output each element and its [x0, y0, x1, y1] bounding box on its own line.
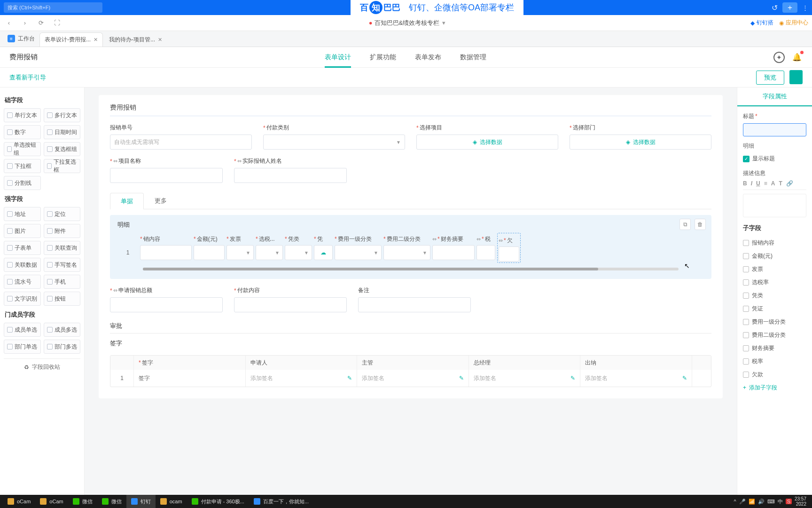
- field-palette-item[interactable]: 单选按钮组: [4, 142, 41, 156]
- more-icon[interactable]: ⋮: [802, 4, 808, 11]
- align-icon[interactable]: ≡: [764, 180, 767, 187]
- total-amount-input[interactable]: [110, 297, 223, 312]
- field-palette-item[interactable]: 附件: [44, 224, 81, 238]
- field-palette-item[interactable]: 关联数据: [4, 258, 41, 272]
- table-cell-input[interactable]: ▼: [335, 245, 382, 260]
- tab-extensions[interactable]: 扩展功能: [370, 47, 396, 68]
- payment-type-select[interactable]: ▼: [263, 135, 405, 150]
- subfield-item[interactable]: 选税率: [743, 276, 806, 289]
- tab-field-properties[interactable]: 字段属性: [737, 87, 812, 106]
- remarks-input[interactable]: [358, 297, 471, 312]
- table-cell-input[interactable]: [194, 245, 225, 260]
- subfield-item[interactable]: 财务摘要: [743, 341, 806, 355]
- italic-icon[interactable]: I: [751, 180, 752, 187]
- table-cell-input[interactable]: [499, 246, 519, 262]
- field-palette-item[interactable]: 子表单: [4, 241, 41, 255]
- field-palette-item[interactable]: 文字识别: [4, 292, 41, 306]
- close-icon[interactable]: ✕: [158, 37, 162, 43]
- field-palette-item[interactable]: 分割线: [4, 176, 41, 190]
- compass-icon[interactable]: ✦: [773, 52, 785, 63]
- fullscreen-button[interactable]: ⛶: [52, 18, 62, 28]
- reload-button[interactable]: ⟳: [36, 18, 46, 28]
- sign-cell[interactable]: 签字: [134, 370, 245, 387]
- table-cell-input[interactable]: ▼: [285, 245, 312, 260]
- detail-tab-single[interactable]: 单据: [110, 193, 144, 209]
- add-signature-button[interactable]: 添加签名✎: [246, 370, 357, 387]
- table-cell-input[interactable]: [476, 245, 495, 260]
- add-subfield-button[interactable]: + 添加子字段: [743, 381, 806, 394]
- field-palette-item[interactable]: 定位: [44, 207, 81, 221]
- delete-button[interactable]: 🗑: [695, 219, 706, 230]
- subfield-item[interactable]: 欠款: [743, 368, 806, 381]
- field-palette-item[interactable]: 地址: [4, 207, 41, 221]
- appcenter-link[interactable]: ◉ 应用中心: [779, 19, 808, 27]
- subfield-item[interactable]: 报销内容: [743, 236, 806, 249]
- field-palette-item[interactable]: 部门单选: [4, 340, 41, 354]
- detail-subform[interactable]: ⧉ 🗑 明细 1*销内容*金额(元)*发票▼*选税...▼*凭类▼*凭☁*费用一…: [110, 215, 711, 279]
- field-palette-item[interactable]: 部门多选: [44, 340, 81, 354]
- order-number-input[interactable]: 自动生成无需填写: [110, 135, 252, 150]
- add-signature-button[interactable]: 添加签名✎: [357, 370, 468, 387]
- subfield-item[interactable]: 凭类: [743, 289, 806, 302]
- field-palette-item[interactable]: 日期时间: [44, 125, 81, 139]
- field-palette-item[interactable]: 图片: [4, 224, 41, 238]
- copy-button[interactable]: ⧉: [679, 219, 691, 230]
- field-palette-item[interactable]: 成员多选: [44, 323, 81, 337]
- field-palette-item[interactable]: 复选框组: [44, 142, 81, 156]
- tab-form-design[interactable]: 表单设计-费用报... ✕: [39, 32, 103, 47]
- subfield-item[interactable]: 金额(元): [743, 249, 806, 262]
- new-tab-button[interactable]: ＋: [782, 2, 797, 13]
- save-button[interactable]: [789, 70, 803, 84]
- reimburse-name-input[interactable]: [234, 168, 347, 183]
- field-palette-item[interactable]: 单行文本: [4, 108, 41, 122]
- back-button[interactable]: ‹: [4, 18, 14, 28]
- history-icon[interactable]: ↺: [772, 3, 778, 12]
- field-palette-item[interactable]: 成员单选: [4, 323, 41, 337]
- field-palette-item[interactable]: 下拉框: [4, 159, 41, 173]
- description-editor[interactable]: [743, 194, 806, 217]
- property-title-input[interactable]: [743, 123, 806, 136]
- bold-icon[interactable]: B: [743, 180, 747, 187]
- field-palette-item[interactable]: 手写签名: [44, 258, 81, 272]
- tab-form-design[interactable]: 表单设计: [325, 47, 351, 68]
- add-signature-button[interactable]: 添加签名✎: [580, 370, 692, 387]
- table-cell-input[interactable]: [432, 245, 475, 260]
- field-palette-item[interactable]: 下拉复选框: [44, 159, 81, 173]
- tab-my-todo[interactable]: 我的待办-项目管... ✕: [104, 32, 167, 47]
- select-project-button[interactable]: ◈选择数据: [416, 135, 558, 150]
- size-icon[interactable]: T: [779, 180, 782, 187]
- dingding-link[interactable]: ◆ 钉钉搭: [750, 19, 773, 27]
- form-title[interactable]: 费用报销: [110, 103, 711, 116]
- field-palette-item[interactable]: 关联查询: [44, 241, 81, 255]
- table-cell-input[interactable]: ▼: [383, 245, 430, 260]
- horizontal-scrollbar[interactable]: [143, 268, 679, 270]
- tab-publish[interactable]: 表单发布: [415, 47, 441, 68]
- close-icon[interactable]: ✕: [94, 37, 98, 43]
- show-title-checkbox[interactable]: ✓显示标题: [743, 155, 806, 163]
- preview-button[interactable]: 预览: [756, 71, 784, 85]
- field-palette-item[interactable]: 手机: [44, 275, 81, 289]
- detail-tab-more[interactable]: 更多: [144, 192, 178, 209]
- notification-icon[interactable]: 🔔: [791, 52, 803, 63]
- link-icon[interactable]: 🔗: [786, 180, 793, 187]
- subfield-item[interactable]: 费用一级分类: [743, 315, 806, 328]
- table-cell-input[interactable]: ▼: [256, 245, 283, 260]
- add-signature-button[interactable]: 添加签名✎: [469, 370, 580, 387]
- forward-button[interactable]: ›: [20, 18, 30, 28]
- guide-link[interactable]: 查看新手引导: [9, 73, 46, 82]
- field-palette-item[interactable]: 多行文本: [44, 108, 81, 122]
- payment-content-input[interactable]: [234, 297, 347, 312]
- table-cell-input[interactable]: [140, 245, 192, 260]
- subfield-item[interactable]: 税率: [743, 355, 806, 368]
- table-cell-input[interactable]: ▼: [226, 245, 254, 260]
- subfield-item[interactable]: 发票: [743, 262, 806, 276]
- field-palette-item[interactable]: 流水号: [4, 275, 41, 289]
- select-department-button[interactable]: ◈选择数据: [570, 135, 711, 150]
- global-search-input[interactable]: 搜索 (Ctrl+Shift+F): [4, 2, 102, 13]
- underline-icon[interactable]: U: [756, 180, 760, 187]
- color-icon[interactable]: A: [771, 180, 775, 187]
- upload-cell[interactable]: ☁: [314, 245, 333, 260]
- rich-text-toolbar[interactable]: B I U ≡ A T 🔗: [743, 180, 806, 190]
- field-palette-item[interactable]: 按钮: [44, 292, 81, 306]
- workbench-link[interactable]: ≡ 工作台: [3, 31, 39, 47]
